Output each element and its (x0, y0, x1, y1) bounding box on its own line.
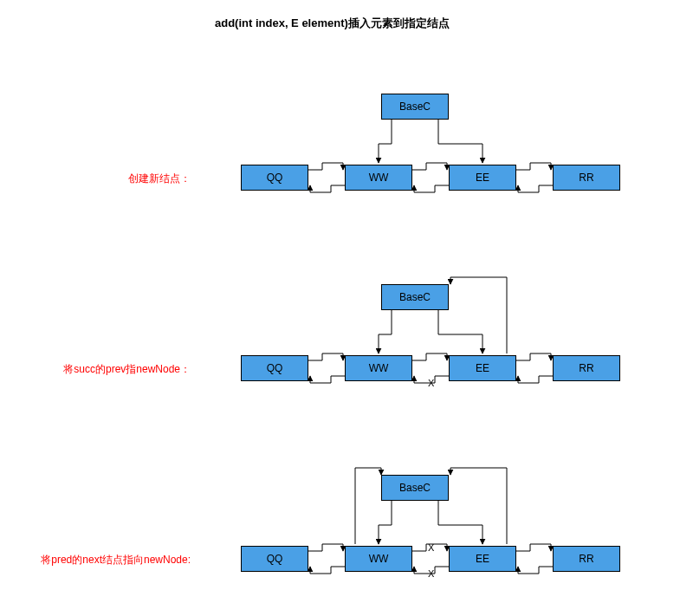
step3-x-mark-top: X (428, 542, 434, 553)
arrow2-ee-to-base (450, 277, 507, 353)
arrow2-qq-ww-fwd (308, 353, 343, 360)
arrow3-ee-rr-fwd (516, 544, 551, 551)
arrow-base-to-ee (438, 120, 483, 163)
arrow3-ww-qq-back (310, 567, 345, 574)
arrow-base-to-ww (379, 120, 392, 163)
arrow3-qq-ww-fwd (308, 544, 343, 551)
arrow2-base-to-ww (379, 310, 392, 353)
arrow2-base-to-ee (438, 310, 483, 353)
arrow-qq-ww-fwd (308, 163, 343, 170)
arrow3-ww-to-base (355, 468, 381, 544)
arrow3-base-to-ee (438, 501, 483, 544)
arrow-ee-rr-fwd (516, 163, 551, 170)
diagram-stage: add(int index, E element)插入元素到指定结点 创建新结点… (0, 0, 693, 616)
arrow3-base-to-ww (379, 501, 392, 544)
arrow3-rr-ee-back (518, 567, 553, 574)
step3-arrows (0, 381, 693, 598)
arrow3-ee-to-base (450, 468, 507, 544)
step1-arrows (0, 0, 693, 217)
arrow2-ee-rr-fwd (516, 353, 551, 360)
arrow2-ww-ee-fwd (412, 353, 447, 360)
step3-x-mark-bottom: X (428, 568, 434, 579)
arrow-ww-ee-fwd (412, 163, 447, 170)
step2-arrows (0, 191, 693, 407)
